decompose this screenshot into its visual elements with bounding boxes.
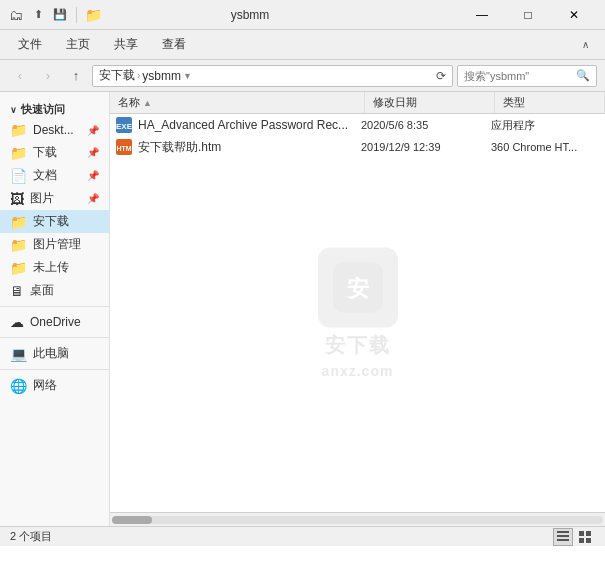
- view-details-button[interactable]: [553, 528, 573, 546]
- file-name-htm: 安下载帮助.htm: [138, 139, 361, 156]
- menu-home[interactable]: 主页: [56, 32, 100, 57]
- sidebar-label-docs: 文档: [33, 167, 81, 184]
- sidebar-item-docs[interactable]: 📄 文档 📌: [0, 164, 109, 187]
- file-icon-htm: HTM: [114, 137, 134, 157]
- file-date-htm: 2019/12/9 12:39: [361, 141, 491, 153]
- collapse-ribbon-button[interactable]: ∧: [573, 33, 597, 57]
- table-row[interactable]: HTM 安下载帮助.htm 2019/12/9 12:39 360 Chrome…: [110, 136, 605, 158]
- scrollbar-track: [112, 516, 603, 524]
- menu-share[interactable]: 共享: [104, 32, 148, 57]
- sidebar-item-network[interactable]: 🌐 网络: [0, 374, 109, 397]
- col-header-type[interactable]: 类型: [495, 92, 605, 113]
- back-button[interactable]: ‹: [8, 64, 32, 88]
- watermark-logo: 安: [318, 248, 398, 328]
- folder-icon-download: 📁: [10, 145, 27, 161]
- col-name-label: 名称: [118, 95, 140, 110]
- svg-rect-11: [579, 538, 584, 543]
- col-header-name[interactable]: 名称 ▲: [110, 92, 365, 113]
- file-type-htm: 360 Chrome HT...: [491, 141, 601, 153]
- address-refresh-button[interactable]: ⟳: [436, 69, 446, 83]
- status-bar: 2 个项目: [0, 526, 605, 546]
- sidebar-divider3: [0, 369, 109, 370]
- breadcrumb-dropdown[interactable]: ▼: [183, 71, 192, 81]
- title-bar: 🗂 ⬆ 💾 📁 ysbmm — □ ✕: [0, 0, 605, 30]
- forward-button[interactable]: ›: [36, 64, 60, 88]
- breadcrumb-download[interactable]: 安下载: [99, 67, 135, 84]
- sidebar-item-download[interactable]: 📁 下载 📌: [0, 141, 109, 164]
- sidebar-item-pictures[interactable]: 🖼 图片 📌: [0, 187, 109, 210]
- quick-access-chevron: ∨: [10, 105, 17, 115]
- svg-text:EXE: EXE: [116, 122, 133, 131]
- menu-view[interactable]: 查看: [152, 32, 196, 57]
- table-row[interactable]: EXE HA_Advanced Archive Password Rec... …: [110, 114, 605, 136]
- svg-text:安: 安: [345, 276, 369, 301]
- computer-icon: 💻: [10, 346, 27, 362]
- sidebar-item-desktop2[interactable]: 🖥 桌面: [0, 279, 109, 302]
- address-bar[interactable]: 安下载 › ysbmm ▼ ⟳: [92, 65, 453, 87]
- sidebar-label-onedrive: OneDrive: [30, 315, 99, 329]
- minimize-button[interactable]: —: [459, 0, 505, 30]
- breadcrumb: 安下载 › ysbmm ▼: [99, 67, 428, 84]
- menu-file[interactable]: 文件: [8, 32, 52, 57]
- quick-access-label: 快速访问: [21, 102, 65, 117]
- folder-icon-imgmgr: 📁: [10, 237, 27, 253]
- svg-rect-8: [557, 539, 569, 541]
- main-area: ∨ 快速访问 📁 Deskt... 📌 📁 下载 📌 📄 文档 📌 🖼 图片 📌…: [0, 92, 605, 526]
- sidebar-label-imgmgr: 图片管理: [33, 236, 99, 253]
- folder-icon-desktop: 📁: [10, 122, 27, 138]
- file-name-app: HA_Advanced Archive Password Rec...: [138, 118, 361, 132]
- folder-icon-pictures: 🖼: [10, 191, 24, 207]
- sidebar-item-onedrive[interactable]: ☁ OneDrive: [0, 311, 109, 333]
- pin-icon-pictures: 📌: [87, 193, 99, 204]
- file-icon-app: EXE: [114, 115, 134, 135]
- svg-rect-0: [333, 263, 383, 313]
- nav-bar: ‹ › ↑ 安下载 › ysbmm ▼ ⟳ 🔍: [0, 60, 605, 92]
- folder-icon-desktop2: 🖥: [10, 283, 24, 299]
- cloud-icon: ☁: [10, 314, 24, 330]
- svg-rect-9: [579, 531, 584, 536]
- file-list-header: 名称 ▲ 修改日期 类型: [110, 92, 605, 114]
- sidebar: ∨ 快速访问 📁 Deskt... 📌 📁 下载 📌 📄 文档 📌 🖼 图片 📌…: [0, 92, 110, 526]
- sidebar-divider1: [0, 306, 109, 307]
- file-type-app: 应用程序: [491, 118, 601, 133]
- quick-access-header: ∨ 快速访问: [0, 98, 109, 119]
- col-date-label: 修改日期: [373, 95, 417, 110]
- sidebar-label-computer: 此电脑: [33, 345, 99, 362]
- pin-icon-download: 📌: [87, 147, 99, 158]
- search-bar[interactable]: 🔍: [457, 65, 597, 87]
- svg-rect-6: [557, 531, 569, 533]
- sidebar-label-unuploaded: 未上传: [33, 259, 99, 276]
- sidebar-item-imgmgr[interactable]: 📁 图片管理: [0, 233, 109, 256]
- sidebar-label-download: 下载: [33, 144, 81, 161]
- view-tiles-button[interactable]: [575, 528, 595, 546]
- sort-arrow: ▲: [143, 98, 152, 108]
- file-list-body: 安 安下载 anxz.com EXE HA_Advanced Archive P…: [110, 114, 605, 512]
- file-date-app: 2020/5/6 8:35: [361, 119, 491, 131]
- sidebar-item-anxia[interactable]: 📁 安下载: [0, 210, 109, 233]
- sidebar-item-desktop[interactable]: 📁 Deskt... 📌: [0, 119, 109, 141]
- window-icon: 🗂: [8, 7, 24, 23]
- sidebar-item-computer[interactable]: 💻 此电脑: [0, 342, 109, 365]
- folder-icon-unuploaded: 📁: [10, 260, 27, 276]
- sidebar-label-desktop2: 桌面: [30, 282, 99, 299]
- item-count: 2 个项目: [10, 529, 52, 544]
- sidebar-label-anxia: 安下载: [33, 213, 99, 230]
- sidebar-item-unuploaded[interactable]: 📁 未上传: [0, 256, 109, 279]
- scrollbar-thumb[interactable]: [112, 516, 152, 524]
- col-type-label: 类型: [503, 95, 525, 110]
- close-button[interactable]: ✕: [551, 0, 597, 30]
- watermark-subtext: anxz.com: [322, 363, 394, 379]
- search-icon: 🔍: [576, 69, 590, 82]
- maximize-button[interactable]: □: [505, 0, 551, 30]
- horizontal-scrollbar[interactable]: [110, 512, 605, 526]
- up-button[interactable]: ↑: [64, 64, 88, 88]
- breadcrumb-ysbmm[interactable]: ysbmm: [142, 69, 181, 83]
- col-header-date[interactable]: 修改日期: [365, 92, 495, 113]
- menu-bar: 文件 主页 共享 查看 ∧: [0, 30, 605, 60]
- view-icons: [553, 528, 595, 546]
- svg-rect-10: [586, 531, 591, 536]
- sidebar-divider2: [0, 337, 109, 338]
- search-input[interactable]: [464, 70, 572, 82]
- watermark-text: 安下载: [325, 332, 391, 359]
- sidebar-label-network: 网络: [33, 377, 99, 394]
